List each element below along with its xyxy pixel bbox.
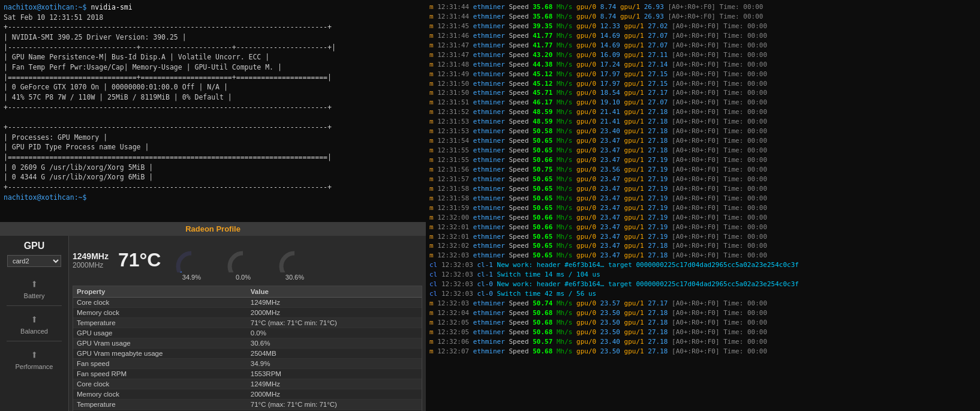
speed-unit: Mh/s: [557, 242, 573, 250]
speed-value: 43.20: [533, 51, 552, 59]
gpu-select[interactable]: card2: [7, 255, 61, 267]
gpu1-value: 27.02: [648, 22, 668, 30]
msg: Speed: [509, 214, 528, 221]
bracket: [A0+:R0+:F0]: [672, 223, 719, 231]
speed-unit: Mh/s: [557, 309, 573, 317]
sidebar-item-battery[interactable]: ⬆ Battery: [0, 273, 68, 303]
log-line: cl 12:32:03 cl-1 Switch time 14 ms / 104…: [429, 270, 976, 280]
special-msg: Switch time 14 ms / 104 us: [497, 271, 600, 278]
nvidia-smi-line: | 41% 57C P8 7W / 110W | 25MiB / 8119MiB…: [4, 92, 422, 103]
gpu1-value: 27.19: [648, 156, 668, 164]
gauge-gpu-usage: 0.0%: [222, 239, 264, 281]
gpu1-value: 27.18: [648, 242, 668, 250]
speed-unit: Mh/s: [557, 223, 573, 231]
gpu1-label: gpu/1: [624, 127, 644, 135]
gpu1-label: gpu/1: [624, 70, 644, 78]
terminal-command: nvidia-smi: [91, 3, 132, 11]
msg: Speed: [509, 204, 528, 212]
timestamp: 12:32:00: [437, 214, 469, 221]
special-msg: New work: header #e6f3b164… target 00000…: [497, 280, 799, 288]
gpu0-label: gpu/0: [576, 233, 596, 241]
timestamp: 12:31:59: [437, 204, 469, 212]
gpu1-value: 27.18: [648, 108, 668, 116]
bracket: [A0+:R0+:F0]: [672, 61, 719, 68]
gpu0-label: gpu/0: [576, 204, 596, 212]
gpu0-label: gpu/0: [576, 98, 596, 106]
gpu1-label: gpu/1: [624, 175, 644, 183]
prop-name: Temperature: [73, 318, 247, 328]
time: Time: 00:00: [723, 185, 767, 193]
marker: m: [429, 309, 434, 317]
msg: Speed: [509, 309, 528, 317]
stats-row: 1249MHz 2000MHz 71°C 34.9% 0.0%: [73, 239, 422, 281]
gpu0-value: 19.10: [600, 98, 620, 106]
source: ethminer: [473, 338, 505, 346]
sidebar-item-balanced[interactable]: ⬆ Balanced: [0, 308, 68, 338]
log-line: m 12:31:44 ethminer Speed 35.68 Mh/s gpu…: [429, 2, 976, 12]
gpu0-value: 23.47: [600, 214, 620, 221]
marker: m: [429, 233, 434, 241]
bracket: [A0+:R0+:F0]: [672, 175, 719, 183]
prop-name: Core clock: [73, 379, 247, 389]
marker: cl: [429, 290, 437, 298]
timestamp: 12:31:52: [437, 108, 469, 116]
speed-unit: Mh/s: [557, 41, 573, 49]
battery-icon: ⬆: [31, 277, 38, 291]
speed-value: 50.68: [533, 328, 552, 336]
marker: m: [429, 22, 434, 30]
log-line: m 12:31:56 ethminer Speed 50.75 Mh/s gpu…: [429, 165, 976, 175]
gpu1-value: 27.07: [648, 41, 668, 49]
bracket: [A0+:R0+:F0]: [672, 118, 719, 125]
gpu0-value: 23.50: [600, 328, 620, 336]
nvidia-smi-line: | 0 2609 G /usr/lib/xorg/Xorg 5MiB |: [4, 163, 422, 173]
marker: m: [429, 319, 434, 326]
timestamp: 12:32:03: [437, 251, 469, 259]
marker: m: [429, 347, 434, 355]
speed-value: 44.38: [533, 61, 552, 68]
table-row: Fan speed34.9%: [73, 359, 422, 369]
time: Time: 00:00: [723, 51, 767, 59]
sidebar-item-performance[interactable]: ⬆ Performance: [0, 344, 68, 374]
prop-name: GPU usage: [73, 328, 247, 338]
log-line: m 12:31:55 ethminer Speed 50.66 Mh/s gpu…: [429, 155, 976, 165]
gpu1-label: gpu/1: [620, 13, 640, 20]
gpu0-value: 23.47: [600, 137, 620, 145]
speed-unit: Mh/s: [557, 328, 573, 336]
terminal-section: nachitox@xotihcan:~$ nvidia-smi Sat Feb …: [0, 0, 426, 222]
source: ethminer: [473, 319, 505, 326]
gpu0-value: 23.47: [600, 146, 620, 154]
log-line: m 12:31:44 ethminer Speed 35.68 Mh/s gpu…: [429, 12, 976, 22]
time: Time: 00:00: [723, 118, 767, 125]
msg: Speed: [509, 185, 528, 193]
gpu0-label: gpu/0: [576, 3, 596, 11]
gpu1-label: gpu/1: [624, 22, 644, 30]
speed-value: 45.12: [533, 80, 552, 88]
marker: m: [429, 338, 434, 346]
timestamp: 12:31:55: [437, 156, 469, 164]
source: ethminer: [473, 166, 505, 173]
timestamp: 12:31:58: [437, 185, 469, 193]
time: Time: 00:00: [723, 156, 767, 164]
log-line: m 12:31:57 ethminer Speed 50.65 Mh/s gpu…: [429, 175, 976, 184]
speed-value: 50.65: [533, 233, 552, 241]
marker: m: [429, 51, 434, 59]
gpu-label: GPU: [24, 241, 45, 251]
gpu1-label: gpu/1: [624, 80, 644, 88]
log-line: m 12:31:54 ethminer Speed 50.65 Mh/s gpu…: [429, 136, 976, 146]
time: Time: 00:00: [723, 299, 767, 307]
sidebar-item-battery-label: Battery: [24, 292, 45, 299]
msg: Speed: [509, 156, 528, 164]
gpu0-label: gpu/0: [576, 51, 596, 59]
msg: Speed: [509, 51, 528, 59]
gpu1-label: gpu/1: [624, 194, 644, 202]
gpu0-value: 23.50: [600, 347, 620, 355]
marker: cl: [429, 271, 437, 278]
timestamp: 12:32:03: [441, 271, 473, 278]
marker: m: [429, 251, 434, 259]
speed-unit: Mh/s: [557, 185, 573, 193]
marker: m: [429, 156, 434, 164]
log-line: m 12:31:47 ethminer Speed 43.20 Mh/s gpu…: [429, 50, 976, 60]
marker: m: [429, 299, 434, 307]
nvidia-smi-line: | NVIDIA-SMI 390.25 Driver Version: 390.…: [4, 32, 422, 43]
bracket: [A0+:R0+:F0]: [668, 13, 715, 20]
